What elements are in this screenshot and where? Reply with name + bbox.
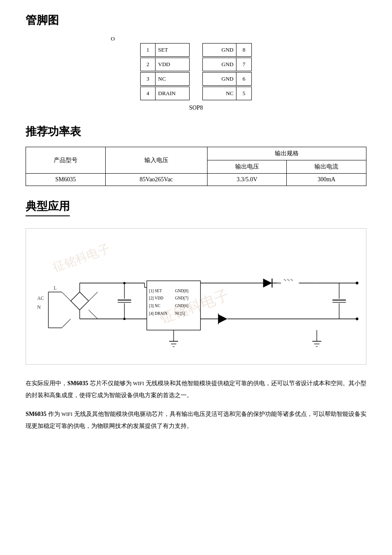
- pin-row-2: 2 VDD GND 7: [140, 58, 252, 71]
- pin-num-left-2: 2: [140, 58, 156, 71]
- pin-label-right-8: GND: [202, 43, 236, 57]
- pin-diagram-title: 管脚图: [26, 13, 366, 28]
- pin-label-left-1: SET: [156, 43, 190, 57]
- svg-marker-54: [219, 314, 228, 323]
- pin-label-left-2: VDD: [156, 58, 190, 71]
- svg-line-7: [62, 319, 71, 328]
- svg-line-8: [89, 292, 98, 301]
- row-output-current: 300mA: [287, 174, 366, 186]
- pin-diagram: O 1 SET GND 8 2 VDD GND 7 3 NC: [26, 35, 366, 111]
- svg-point-61: [123, 318, 125, 320]
- svg-text:[1] SET: [1] SET: [149, 289, 162, 293]
- pin-num-left-4: 4: [140, 87, 156, 100]
- pin-num-left-3: 3: [140, 72, 156, 86]
- svg-text:AC: AC: [37, 296, 44, 301]
- pin-num-left-1: 1: [140, 43, 156, 57]
- col-model-header: 产品型号: [26, 147, 106, 174]
- svg-text:GND[8]: GND[8]: [175, 289, 188, 293]
- svg-text:NC[5]: NC[5]: [175, 311, 185, 316]
- pin-row-1: 1 SET GND 8: [140, 43, 252, 57]
- svg-text:∿∿∿: ∿∿∿: [283, 278, 294, 282]
- svg-text:GND[6]: GND[6]: [175, 304, 188, 308]
- pin-label-left-3: NC: [156, 72, 190, 86]
- table-row: SM6035 85Vao265Vac 3.3/5.0V 300mA: [26, 174, 366, 186]
- package-label: SOP8: [189, 105, 203, 111]
- pin-label-left-4: DRAIN: [156, 87, 190, 100]
- pin-row-3: 3 NC GND 6: [140, 72, 252, 86]
- svg-text:[3] NC: [3] NC: [149, 304, 160, 308]
- sm6035-ref-1: SM6035: [67, 380, 88, 386]
- col-output-current-header: 输出电流: [287, 160, 366, 174]
- paragraph-2: SM6035 作为 WIFI 无线及其他智能模块供电驱动芯片，具有输出电压灵活可…: [26, 408, 366, 432]
- pin-label-right-5: NC: [202, 87, 236, 100]
- power-table-section: 推荐功率表 产品型号 输入电压 输出规格 输出电压 输出电流 SM6035 85…: [26, 124, 366, 186]
- body-section: 在实际应用中，SM6035 芯片不仅能够为 WIFI 无线模块和其他智能模块提供…: [26, 378, 366, 432]
- svg-point-45: [356, 317, 358, 320]
- pin-row-4: 4 DRAIN NC 5: [140, 87, 252, 100]
- svg-point-43: [356, 282, 358, 284]
- pin-top-label: O: [111, 35, 115, 42]
- circuit-svg: AC N L: [26, 229, 366, 364]
- pin-diagram-section: 管脚图 O 1 SET GND 8 2 VDD GND 7 3: [26, 13, 366, 111]
- wifi-ref-2: WIFI: [61, 411, 72, 417]
- pin-num-right-7: 7: [236, 58, 252, 71]
- svg-text:L: L: [54, 285, 57, 291]
- col-output-header: 输出规格: [207, 147, 366, 160]
- svg-line-9: [89, 310, 98, 319]
- col-output-voltage-header: 输出电压: [207, 160, 287, 174]
- power-table-title: 推荐功率表: [26, 124, 366, 139]
- row-input-voltage: 85Vao265Vac: [105, 174, 207, 186]
- svg-line-6: [62, 292, 71, 301]
- svg-text:[4] DRAIN: [4] DRAIN: [149, 311, 167, 316]
- pin-label-right-6: GND: [202, 72, 236, 86]
- typical-app-title: 典型应用: [26, 199, 70, 216]
- pin-num-right-6: 6: [236, 72, 252, 86]
- row-output-voltage: 3.3/5.0V: [207, 174, 287, 186]
- sm6035-ref-2: SM6035: [26, 411, 46, 417]
- svg-text:GND[7]: GND[7]: [175, 296, 188, 300]
- col-input-header: 输入电压: [105, 147, 207, 174]
- power-table: 产品型号 输入电压 输出规格 输出电压 输出电流 SM6035 85Vao265…: [26, 147, 366, 186]
- svg-point-60: [123, 282, 125, 284]
- svg-text:[2] VDD: [2] VDD: [149, 296, 164, 300]
- pin-label-right-7: GND: [202, 58, 236, 71]
- row-model: SM6035: [26, 174, 106, 186]
- pin-table: 1 SET GND 8 2 VDD GND 7 3 NC GND 6: [140, 43, 252, 101]
- wifi-ref-1: WIFI: [133, 381, 144, 386]
- svg-marker-32: [263, 279, 272, 288]
- paragraph-1: 在实际应用中，SM6035 芯片不仅能够为 WIFI 无线模块和其他智能模块提供…: [26, 378, 366, 401]
- pin-num-right-5: 5: [236, 87, 252, 100]
- typical-app-section: 典型应用 征铭科电子 钲铭科电子 AC N L: [26, 199, 366, 365]
- pin-num-right-8: 8: [236, 43, 252, 57]
- circuit-diagram: 征铭科电子 钲铭科电子 AC N L: [26, 228, 366, 365]
- svg-text:N: N: [37, 305, 41, 310]
- svg-marker-5: [71, 292, 89, 310]
